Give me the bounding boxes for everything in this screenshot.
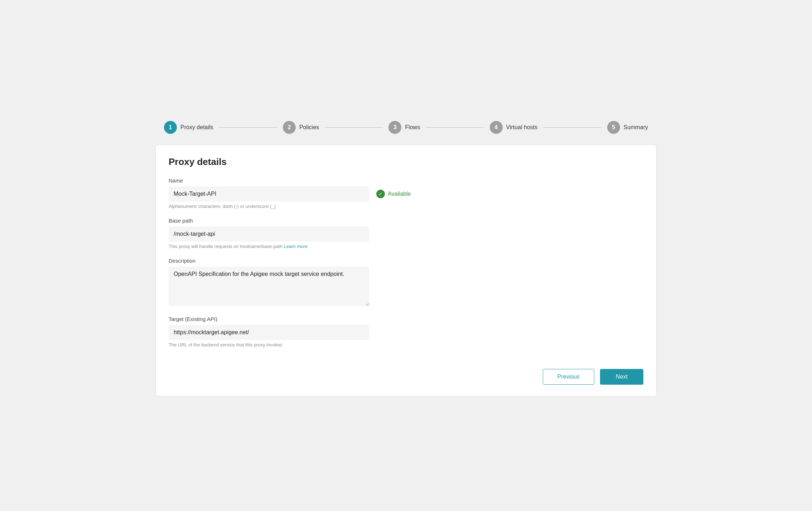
target-label: Target (Existing API)	[169, 316, 643, 322]
main-card: Proxy details Name ✓ Available Alphanume…	[155, 145, 657, 396]
step-2-number: 2	[283, 121, 296, 134]
page-wrapper: 1 Proxy details 2 Policies 3 Flows 4 Vir…	[155, 115, 657, 396]
step-1-number: 1	[164, 121, 177, 134]
step-2: 2 Policies	[283, 121, 319, 134]
name-hint: Alphanumeric characters, dash (-) or und…	[169, 204, 643, 209]
available-text: Available	[388, 191, 411, 197]
page-title: Proxy details	[169, 156, 643, 167]
available-badge: ✓ Available	[376, 190, 411, 198]
step-connector-3	[426, 127, 484, 128]
stepper: 1 Proxy details 2 Policies 3 Flows 4 Vir…	[155, 115, 657, 140]
step-2-label: Policies	[299, 124, 319, 131]
check-icon: ✓	[376, 190, 385, 198]
name-field-group: Name ✓ Available Alphanumeric characters…	[169, 177, 643, 209]
step-3: 3 Flows	[388, 121, 420, 134]
step-3-label: Flows	[405, 124, 420, 131]
step-5-label: Summary	[624, 124, 648, 131]
previous-button[interactable]: Previous	[543, 369, 594, 385]
description-label: Description	[169, 258, 643, 264]
next-button[interactable]: Next	[600, 369, 643, 385]
base-path-hint: This proxy will handle requests on hostn…	[169, 244, 643, 249]
learn-more-link[interactable]: Learn more	[284, 244, 308, 249]
step-5: 5 Summary	[607, 121, 648, 134]
description-input[interactable]: OpenAPI Specification for the Apigee moc…	[169, 267, 369, 306]
base-path-field-group: Base path This proxy will handle request…	[169, 218, 643, 249]
target-input[interactable]	[169, 325, 369, 340]
button-row: Previous Next	[169, 369, 643, 385]
step-4: 4 Virtual hosts	[490, 121, 538, 134]
step-5-number: 5	[607, 121, 620, 134]
name-field-row: ✓ Available	[169, 186, 643, 201]
base-path-input[interactable]	[169, 227, 369, 242]
step-4-number: 4	[490, 121, 503, 134]
target-field-group: Target (Existing API) The URL of the bac…	[169, 316, 643, 347]
step-1-label: Proxy details	[180, 124, 213, 131]
step-4-label: Virtual hosts	[506, 124, 538, 131]
step-3-number: 3	[388, 121, 401, 134]
step-connector-1	[219, 127, 277, 128]
step-connector-4	[543, 127, 601, 128]
name-label: Name	[169, 177, 643, 184]
step-1: 1 Proxy details	[164, 121, 213, 134]
step-connector-2	[325, 127, 383, 128]
target-hint: The URL of the backend service that this…	[169, 342, 643, 347]
name-input[interactable]	[169, 186, 369, 201]
description-field-group: Description OpenAPI Specification for th…	[169, 258, 643, 307]
base-path-label: Base path	[169, 218, 643, 224]
